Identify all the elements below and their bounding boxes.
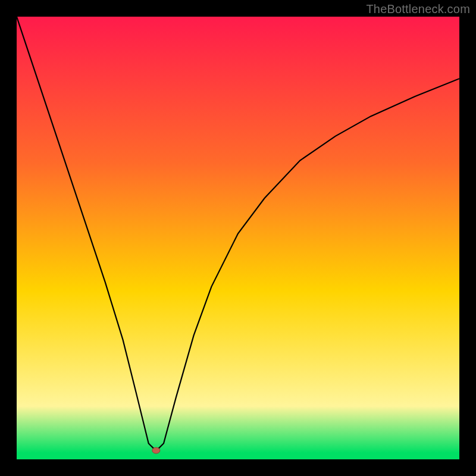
chart-frame: TheBottleneck.com: [0, 0, 476, 476]
gradient-background: [17, 17, 459, 459]
chart-svg: [17, 17, 459, 459]
plot-area: [17, 17, 459, 459]
minimum-marker: [152, 447, 160, 453]
watermark-text: TheBottleneck.com: [366, 2, 470, 16]
